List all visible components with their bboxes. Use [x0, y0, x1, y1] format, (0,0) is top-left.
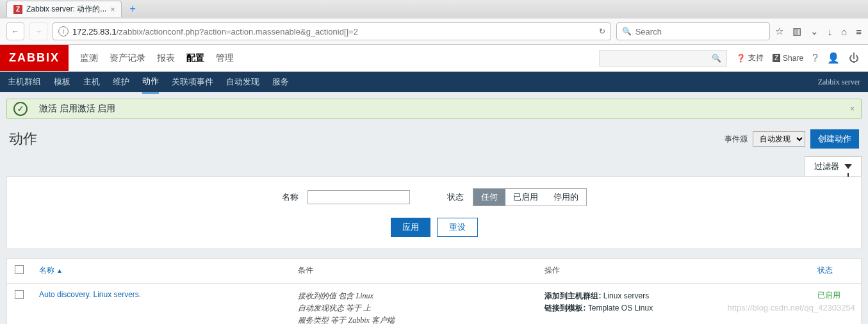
- server-name: Zabbix server: [818, 72, 860, 92]
- site-info-icon[interactable]: i: [58, 26, 69, 36]
- home-icon[interactable]: ⌂: [841, 26, 847, 37]
- select-all-checkbox[interactable]: [15, 265, 24, 274]
- bookmark-icon[interactable]: ☆: [775, 26, 783, 37]
- url-text: 172.25.83.1/zabbix/actionconf.php?action…: [72, 27, 595, 36]
- browser-tab[interactable]: Z Zabbix server: 动作的... ×: [6, 1, 122, 17]
- action-name-link[interactable]: Auto discovery. Linux servers.: [39, 290, 141, 299]
- subnav-6[interactable]: 自动发现: [226, 71, 259, 93]
- nav-0[interactable]: 监测: [80, 53, 98, 64]
- new-tab-button[interactable]: +: [126, 3, 139, 15]
- col-status[interactable]: 状态: [810, 259, 861, 284]
- subnav-7[interactable]: 服务: [272, 71, 289, 93]
- row-checkbox[interactable]: [15, 290, 24, 299]
- support-link[interactable]: ❓支持: [736, 53, 764, 63]
- search-icon: 🔍: [622, 27, 632, 36]
- filter-name-label: 名称: [282, 191, 299, 203]
- alert-text: 激活 启用激活 启用: [39, 103, 115, 115]
- forward-button[interactable]: →: [29, 22, 47, 40]
- favicon: Z: [13, 5, 22, 14]
- apply-button[interactable]: 应用: [391, 218, 430, 237]
- filter-toggle[interactable]: 过滤器: [805, 156, 862, 176]
- filter-label: 过滤器: [814, 161, 839, 172]
- filter-panel: 名称 状态 任何已启用停用的 应用 重设: [6, 176, 862, 249]
- subnav-0[interactable]: 主机群组: [8, 71, 41, 93]
- subnav-3[interactable]: 维护: [113, 71, 129, 93]
- nav-4[interactable]: 管理: [216, 53, 234, 64]
- nav-3[interactable]: 配置: [186, 53, 204, 64]
- browser-search[interactable]: 🔍: [616, 22, 770, 40]
- tab-close-icon[interactable]: ×: [110, 5, 115, 14]
- nav-1[interactable]: 资产记录: [110, 53, 145, 64]
- conditions-cell: 接收到的值 包含 Linux自动发现状态 等于 上服务类型 等于 Zabbix …: [290, 284, 537, 325]
- funnel-icon: [844, 164, 852, 169]
- alert-close-icon[interactable]: ×: [850, 104, 855, 113]
- seg-1[interactable]: 已启用: [505, 189, 546, 206]
- logout-icon[interactable]: ⏻: [849, 53, 859, 64]
- browser-search-input[interactable]: [635, 27, 764, 36]
- menu-icon[interactable]: ≡: [856, 26, 862, 37]
- status-toggle[interactable]: 已启用: [817, 291, 840, 300]
- event-source-label: 事件源: [725, 134, 748, 145]
- table-row: Auto discovery. Linux servers.接收到的值 包含 L…: [7, 284, 861, 325]
- reload-icon[interactable]: ↻: [599, 27, 605, 36]
- tab-title: Zabbix server: 动作的...: [26, 4, 106, 15]
- seg-2[interactable]: 停用的: [546, 189, 586, 206]
- url-bar[interactable]: i 172.25.83.1/zabbix/actionconf.php?acti…: [53, 22, 611, 40]
- search-icon: 🔍: [712, 54, 721, 63]
- success-alert: ✓ 激活 启用激活 启用 ×: [6, 99, 862, 119]
- subnav-2[interactable]: 主机: [83, 71, 100, 93]
- create-action-button[interactable]: 创建动作: [810, 129, 859, 149]
- back-button[interactable]: ←: [6, 22, 24, 40]
- col-operation: 操作: [537, 259, 810, 284]
- downloads-icon[interactable]: ↓: [828, 26, 833, 37]
- event-source-select[interactable]: 自动发现: [753, 131, 805, 147]
- library-icon[interactable]: ▥: [792, 26, 801, 37]
- filter-name-input[interactable]: [307, 190, 410, 204]
- zabbix-search[interactable]: 🔍: [599, 50, 727, 67]
- subnav-4[interactable]: 动作: [142, 70, 159, 94]
- col-name[interactable]: 名称 ▲: [31, 259, 290, 284]
- operations-cell: 添加到主机群组: Linux servers链接到模板: Template OS…: [537, 284, 810, 325]
- zabbix-logo[interactable]: ZABBIX: [0, 45, 69, 71]
- user-icon[interactable]: 👤: [827, 52, 840, 64]
- nav-2[interactable]: 报表: [157, 53, 175, 64]
- check-icon: ✓: [13, 102, 28, 116]
- help-icon[interactable]: ?: [812, 53, 818, 64]
- filter-status-label: 状态: [447, 191, 464, 203]
- col-condition: 条件: [290, 259, 537, 284]
- reset-button[interactable]: 重设: [437, 218, 478, 237]
- share-link[interactable]: ZShare: [773, 54, 803, 63]
- page-title: 动作: [9, 129, 37, 149]
- pocket-icon[interactable]: ⌄: [810, 26, 819, 37]
- subnav-5[interactable]: 关联项事件: [172, 71, 213, 93]
- sort-asc-icon: ▲: [56, 267, 63, 274]
- actions-table: 名称 ▲ 条件 操作 状态 Auto discovery. Linux serv…: [6, 258, 862, 324]
- subnav-1[interactable]: 模板: [54, 71, 70, 93]
- seg-0[interactable]: 任何: [473, 189, 505, 206]
